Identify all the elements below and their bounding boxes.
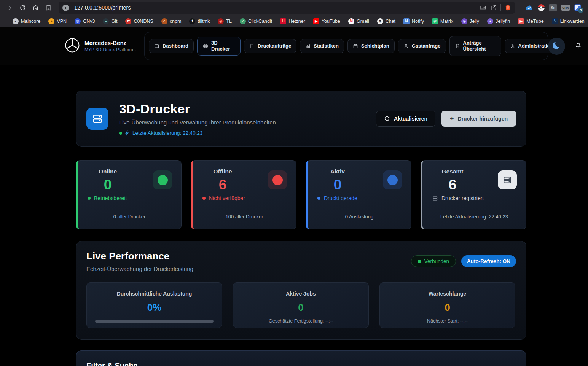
bookmark-label: C0NDNS [134,19,153,24]
cloud-check-icon[interactable] [525,4,533,11]
tab-druckauftraege[interactable]: Druckaufträge [244,39,296,53]
bookmark-item[interactable]: ▲ VPN [48,18,67,24]
printer-server-icon [86,108,108,130]
bookmark-item[interactable]: N Notify [403,18,424,24]
bookmark-favicon: ⊛ [377,18,383,24]
bookmark-favicon: ▶ [518,18,524,24]
status-card-online: Online 0 Betriebsbereit 0 aller Drucker [76,160,182,229]
bookmark-item[interactable]: ◉ Jelly [461,18,479,24]
reload-icon[interactable] [17,2,28,13]
bookmark-item[interactable]: ▶ YouTube [313,18,340,24]
bookmark-label: Git [111,19,117,24]
divider [317,207,401,207]
bookmark-label: Jelly [470,19,479,24]
send-to-device-icon[interactable] [480,5,486,11]
status-dot [317,197,320,200]
brand-title: Mercedes-Benz [84,40,136,46]
tab-antraege-uebersicht[interactable]: Anträge Übersicht [449,36,501,57]
bookmark-item[interactable]: ϟ Linkwarden [552,18,585,24]
refresh-icon [384,116,390,122]
printer-server-icon [432,196,438,201]
page-title: 3D-Drucker [119,102,276,116]
app-navbar: Mercedes-Benz MYP 3D-Druck Platform - Da… [0,27,588,65]
gear-icon [510,43,515,49]
tab-schichtplan[interactable]: Schichtplan [347,39,395,53]
bookmark-label: YouTube [322,19,340,24]
tab-statistiken[interactable]: Statistiken [300,39,344,53]
status-card-gesamt: Gesamt 6 Drucker registriert Letzte Aktu… [421,160,526,229]
metric-auslastung: Durchschnittliche Auslastung 0% [86,282,222,328]
mercedes-star-icon [65,38,80,54]
forward-icon[interactable] [4,2,15,13]
bookmark-item[interactable]: ✓ ClickCandit [240,18,272,24]
bookmark-label: MeTube [526,19,543,24]
progress-bar [95,320,214,323]
bookmark-item[interactable]: M Gmail [348,18,369,24]
bookmark-item[interactable]: ▲ Jellyfin [487,18,510,24]
page-subtitle: Live-Überwachung und Verwaltung Ihrer Pr… [119,119,276,126]
tab-gastanfrage[interactable]: Gastanfrage [398,39,446,53]
bookmark-favicon: t [189,18,195,24]
bookmark-favicon: ● [103,18,109,24]
requests-icon [455,43,460,49]
bookmark-favicon: ϟ [552,18,558,24]
extension-badge: 3 [578,8,583,13]
live-performance-subtitle: Echzeit-Überwachung der Druckerleistung [86,266,193,272]
bookmark-label: TL [226,19,232,24]
bookmark-favicon: ◉ [218,18,224,24]
crx-icon[interactable]: CRX [561,5,570,11]
brand[interactable]: Mercedes-Benz MYP 3D-Druck Platform - [65,38,136,54]
divider [88,207,171,207]
brave-shield-icon[interactable] [505,5,511,11]
bell-icon[interactable] [574,41,582,51]
bookmark-item[interactable]: ⊛ Chat [377,18,395,24]
metric-aktive-jobs: Aktive Jobs 0 Geschätzte Fertigstellung:… [233,282,369,328]
bookmark-item[interactable]: H Hetzner [280,18,305,24]
bookmark-favicon: ✓ [240,18,246,24]
filter-search-title: Filter & Suche [86,361,516,366]
add-printer-button[interactable]: + Drucker hinzufügen [441,111,516,127]
tab-dashboard[interactable]: Dashboard [149,39,194,53]
selenium-icon[interactable]: Se [549,4,557,11]
tab-group: Dashboard 3D-Drucker Druckaufträge Stati… [144,32,548,60]
bookmark-favicon: ▶ [313,18,319,24]
auto-refresh-toggle[interactable]: Auto-Refresh: ON [461,255,516,267]
tab-3d-drucker[interactable]: 3D-Drucker [197,37,241,56]
theme-toggle[interactable] [548,38,565,55]
bookmark-favicon: H [280,18,286,24]
bookmark-item[interactable]: t tilltmk [189,18,210,24]
bookmark-label: Gmail [357,19,369,24]
bookmark-label: cnpm [170,19,182,24]
refresh-button[interactable]: Aktualisieren [376,111,435,127]
bookmark-favicon: c [161,18,167,24]
share-icon[interactable] [490,5,497,11]
pokeball-icon[interactable] [538,4,545,11]
bookmark-item[interactable]: π C0NDNS [125,18,153,24]
brand-subtitle: MYP 3D-Druck Platform - [84,47,136,53]
bookmark-label: Chat [386,19,395,24]
url-bar[interactable]: i 127.0.0.1:5000/printers [59,2,515,14]
guest-icon [403,43,409,49]
bookmark-item[interactable]: ◐ Maincore [13,18,40,24]
offline-status-icon [268,170,287,189]
bookmark-item[interactable]: ⇄ Matrix [432,18,453,24]
bookmark-favicon: ◉ [461,18,467,24]
wallet-icon[interactable]: 3 [574,4,581,11]
home-icon[interactable] [30,2,41,13]
status-card-offline: Offline 6 Nicht verfügbar 100 aller Druc… [191,160,296,229]
info-icon[interactable]: i [62,5,69,11]
browser-toolbar: i 127.0.0.1:5000/printers Se CRX 3 [0,0,588,15]
bookmark-item[interactable]: ◍ CNv3 [75,18,95,24]
bookmark-item[interactable]: ◉ TL [218,18,232,24]
bookmark-favicon: ▲ [487,18,493,24]
bookmark-item[interactable]: c cnpm [161,18,182,24]
bookmark-icon[interactable] [43,2,54,13]
bookmark-favicon: ⇄ [432,18,438,24]
bookmark-item[interactable]: ● Git [103,18,117,24]
bookmark-label: VPN [57,19,67,24]
bookmark-label: Maincore [21,19,40,24]
url-text[interactable]: 127.0.0.1:5000/printers [74,5,131,11]
bookmark-label: CNv3 [83,19,95,24]
bookmark-item[interactable]: ▶ MeTube [518,18,543,24]
status-dot [88,197,91,200]
